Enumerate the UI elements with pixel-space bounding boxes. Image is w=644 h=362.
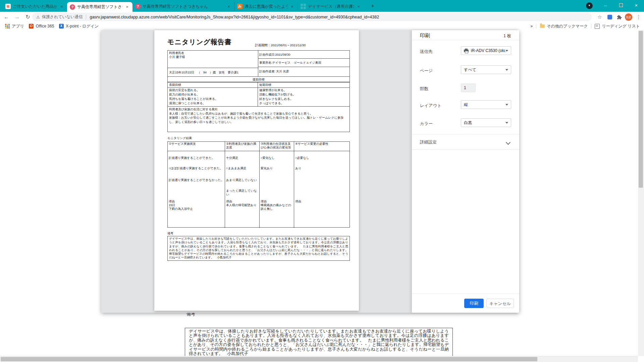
col2-option3: あまり満足していない xyxy=(226,178,259,182)
extension-blue-icon[interactable] xyxy=(606,13,614,21)
tab-dayservice-monitoring[interactable]: デイサービス（通所介護）のモニタリ × xyxy=(298,2,364,11)
document-title: モニタリング報告書 xyxy=(167,38,232,47)
bookmarks-overflow-chevron[interactable]: » xyxy=(530,24,533,28)
office-icon: O xyxy=(29,24,34,29)
user-name-cell: 利用者氏名小川 慶子様 xyxy=(168,51,258,68)
tab-close-icon[interactable]: × xyxy=(289,4,295,9)
tab-satsuki-2[interactable]: ? サ高住専用経営ソフトさつきちゃん × xyxy=(132,2,234,11)
puzzle-icon xyxy=(617,15,622,20)
back-button[interactable]: ← xyxy=(2,13,11,21)
tab-close-icon[interactable]: × xyxy=(124,4,130,9)
col2-body: 十分満足 ○まあまあ満足 あまり満足していない まったく満足していない 理由 本… xyxy=(225,151,260,228)
tab-title: ご注文いただいた商品が発送されまし xyxy=(13,4,57,9)
warning-icon: ⚠ xyxy=(36,15,40,19)
tab-title: デイサービス（通所介護）のモニタリ xyxy=(308,4,354,9)
col4-reason: 理由 xyxy=(295,200,349,203)
tab-title: サ高住専用経営ソフトさつきちゃん xyxy=(77,4,122,10)
destination-value: iR-ADV C3530 (okuda) xyxy=(471,48,505,53)
other-bookmarks[interactable]: その他のブックマーク xyxy=(540,23,588,29)
pages-select[interactable]: すべて xyxy=(461,65,511,74)
cancel-button[interactable]: キャンセル xyxy=(486,299,514,308)
bookmark-star-icon[interactable]: ☆ xyxy=(596,13,604,21)
more-settings[interactable]: 詳細設定 xyxy=(420,139,437,145)
color-value: 白黒 xyxy=(464,120,505,126)
bookmark-label: X-point - ログイン xyxy=(66,23,99,29)
security-chip[interactable]: ⚠ 保護されていない通信 xyxy=(36,14,86,20)
print-button[interactable]: 印刷 xyxy=(464,299,484,308)
tab-close-icon[interactable]: × xyxy=(59,4,64,9)
panel-header: 印刷 1 枚 xyxy=(412,30,519,40)
print-dialog-title: 印刷 xyxy=(420,33,430,39)
bookmark-apps[interactable]: アプリ xyxy=(5,23,24,29)
col4-option2: あり xyxy=(295,167,349,170)
restore-button[interactable] xyxy=(613,0,629,10)
printer-icon xyxy=(464,49,469,53)
col3-body: ○変化なし 変化あり 理由 蜂窩織炎の痛みなどの訴え無し xyxy=(260,151,294,228)
col4-body: ○必要なし あり 理由 xyxy=(294,151,350,228)
plan-date-cell: 計画作成日:2021/09/30 xyxy=(258,51,350,59)
remarks-label: 備考 xyxy=(167,231,173,236)
separator xyxy=(591,24,591,28)
grid-favicon xyxy=(301,4,306,9)
chevron-expand-icon[interactable] xyxy=(506,140,511,145)
other-bookmarks-label: その他のブックマーク xyxy=(547,23,588,29)
col1-option2: ○ほぼ計画通り実施することができた。 xyxy=(169,167,224,170)
menu-button[interactable]: ⋮ xyxy=(635,13,643,21)
chevron-down-icon xyxy=(505,104,508,106)
short-goals: 健康管理が出来る。 活動し機能低下が防げる。 好きなレクを楽しめる。 さっぱりで… xyxy=(258,88,350,106)
col4-option1: ○必要なし xyxy=(295,156,349,160)
extensions-puzzle-icon[interactable] xyxy=(615,13,623,21)
col2-reason: 理由 本人様の帰宅願望あり xyxy=(226,200,259,207)
bookmark-xpoint[interactable]: X X-point - ログイン xyxy=(59,23,99,29)
close-button[interactable]: × xyxy=(629,0,644,10)
col2-option2: ○まあまあ満足 xyxy=(226,167,259,170)
tab-close-icon[interactable]: × xyxy=(356,4,361,9)
tab-search-button[interactable]: ▼ xyxy=(586,2,593,9)
layout-select[interactable]: 縦 xyxy=(461,100,511,109)
url-text[interactable]: gasrv.japanwest.cloudapp.azure.com/web/V… xyxy=(86,15,588,19)
birth-cell: 大正15年10月22日 （ 94 ）歳 女性 要介護1 xyxy=(168,68,258,76)
reading-list[interactable]: リーディング リスト xyxy=(595,23,640,29)
tab-satsuki-active[interactable]: ? サ高住専用経営ソフトさつきちゃん × xyxy=(67,2,132,12)
pages-value: すべて xyxy=(464,67,505,73)
profile-avatar[interactable]: 光彦 xyxy=(625,13,633,21)
destination-select[interactable]: iR-ADV C3530 (okuda) xyxy=(461,46,511,55)
horizontal-scrollbar[interactable] xyxy=(0,356,638,362)
divider xyxy=(412,294,519,294)
patient-info-table: 利用者氏名小川 慶子様 大正15年10月22日 （ 94 ）歳 女性 要介護1 … xyxy=(167,50,350,77)
col3-header: ③利用者の生活状況及び心身の状況の変化等 xyxy=(260,142,294,151)
gmail-icon: M xyxy=(5,4,11,9)
avatar: 光彦 xyxy=(625,13,632,21)
vertical-scrollbar[interactable] xyxy=(638,30,644,356)
bookmark-office365[interactable]: O Office 365 xyxy=(29,24,54,29)
forward-button[interactable]: → xyxy=(13,13,21,21)
color-label: カラー xyxy=(420,121,433,127)
col1-option3: 計画通り実施することができなかった。 xyxy=(169,178,224,182)
browser-window: M ご注文いただいた商品が発送されまし × ? サ高住専用経営ソフトさつきちゃん… xyxy=(0,0,644,362)
restore-icon xyxy=(619,3,623,7)
copies-label: 部数 xyxy=(420,86,428,92)
mi-icon: み xyxy=(237,4,243,9)
intention-text: 本人様：自宅で過ごしたい気持ちはあるが、施設で落ち着いて生活することで家族も安心… xyxy=(168,111,350,124)
color-select[interactable]: 白黒 xyxy=(461,118,511,127)
reload-button[interactable]: ↻ xyxy=(23,13,32,21)
remarks-box: デイサービス中は、体操したりお好きな写経をしていただいたりしています。またお友達… xyxy=(167,236,350,261)
vertical-scrollbar-thumb[interactable] xyxy=(639,31,643,188)
tab-close-icon[interactable]: × xyxy=(226,4,231,9)
goal-body-row: 病状の安定を図れる。 筋力の維持が出来る。 気持ちを落ち着けることが出来る。 清… xyxy=(167,87,350,107)
intention-label: 利用者及び家族の生活に対する意向 xyxy=(168,107,350,111)
minimize-button[interactable]: – xyxy=(598,0,613,10)
layout-label: レイアウト xyxy=(420,103,441,109)
tab-search-result[interactable]: み 過去に意識が戻ったような発言をする × xyxy=(234,2,298,11)
new-tab-button[interactable]: + xyxy=(369,2,376,10)
horizontal-scrollbar-thumb[interactable] xyxy=(1,357,537,361)
tab-gmail[interactable]: M ご注文いただいた商品が発送されまし × xyxy=(3,2,67,11)
reading-list-label: リーディング リスト xyxy=(602,23,640,29)
chevron-down-icon xyxy=(505,69,508,71)
copies-input[interactable] xyxy=(461,83,476,92)
planner-cell: 計画作成者: 大川 光彦 xyxy=(258,67,350,76)
col3-option2: 変化あり xyxy=(261,167,293,170)
address-bar[interactable]: ⚠ 保護されていない通信 gasrv.japanwest.cloudapp.az… xyxy=(32,13,592,21)
short-goal-label: 短期目標 xyxy=(258,82,350,87)
col4-header: ④サービス変更の必要性 xyxy=(294,142,350,151)
